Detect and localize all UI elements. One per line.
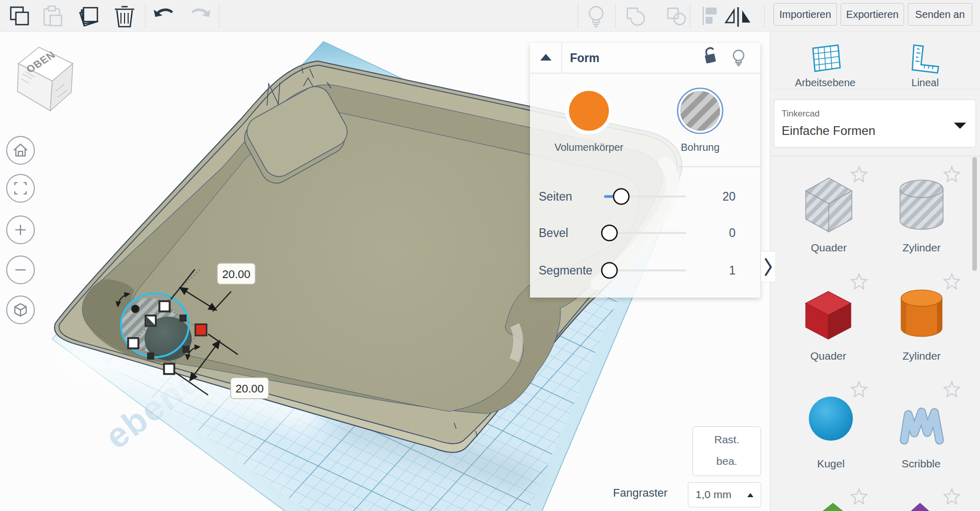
svg-text:20.00: 20.00 (222, 268, 250, 281)
svg-text:Zylinder: Zylinder (903, 350, 941, 362)
svg-text:Zylinder: Zylinder (903, 242, 941, 253)
svg-text:Quader: Quader (811, 242, 847, 253)
svg-text:Einfache Formen: Einfache Formen (782, 124, 875, 137)
svg-text:20.00: 20.00 (235, 382, 263, 395)
svg-text:Bohrung: Bohrung (681, 142, 720, 153)
svg-text:1: 1 (729, 264, 736, 277)
svg-text:Kugel: Kugel (817, 458, 845, 469)
svg-text:Bevel: Bevel (539, 226, 568, 240)
svg-text:0: 0 (729, 226, 736, 240)
svg-text:Volumenkörper: Volumenkörper (555, 142, 624, 153)
svg-text:Arbeitsebene: Arbeitsebene (795, 77, 855, 88)
svg-text:Seiten: Seiten (539, 190, 572, 203)
svg-text:Lineal: Lineal (911, 77, 938, 88)
svg-text:Scribble: Scribble (902, 458, 941, 469)
svg-text:Segmente: Segmente (539, 264, 593, 277)
svg-text:Quader: Quader (810, 350, 846, 362)
svg-text:20: 20 (722, 190, 736, 203)
svg-text:Tinkercad: Tinkercad (782, 109, 820, 119)
